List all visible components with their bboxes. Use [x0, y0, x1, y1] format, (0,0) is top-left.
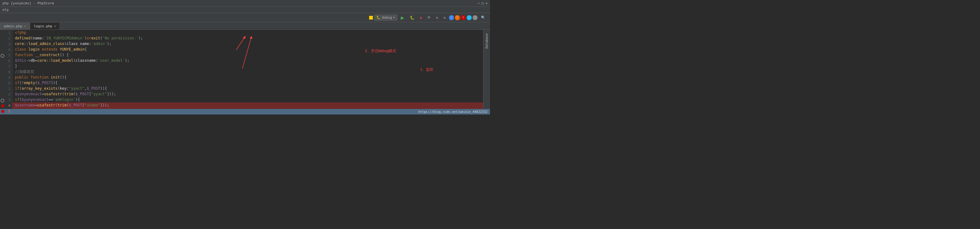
code-line-15: $password=usafestr(trim($_POST["pwd"]));: [13, 108, 483, 109]
code-line-14: $username=usafestr(trim($_POST["uname"])…: [13, 103, 483, 108]
toolbar-btn-3[interactable]: ≡: [442, 15, 448, 21]
debug-dropdown[interactable]: 🐛 debug ▾: [374, 14, 398, 21]
search-button[interactable]: 🔍: [479, 14, 487, 21]
tab-login-php-close[interactable]: ×: [54, 25, 56, 28]
code-line-5: function __construct() {: [13, 52, 483, 58]
toolbar-btn-2[interactable]: ≡: [434, 15, 440, 21]
tab-admin-php[interactable]: admin.php ×: [0, 23, 30, 30]
line-13: 3: [0, 98, 12, 103]
line-6: 6: [0, 58, 12, 64]
chrome-icon[interactable]: C: [449, 15, 454, 20]
line-15: 5: [0, 109, 12, 114]
code-line-1: <?php: [13, 30, 483, 35]
window-close[interactable]: ✕: [485, 1, 487, 5]
line-3: 3: [0, 41, 12, 47]
line-10: 0: [0, 81, 12, 86]
code-line-13: if($yunyecmsact=='admlogin'){: [13, 97, 483, 103]
debug-run-button[interactable]: 🐛: [408, 14, 417, 21]
menu-bar: elp: [0, 7, 490, 13]
tab-login-php-label: login.php: [34, 24, 52, 28]
line-16: 6: [0, 114, 12, 115]
tab-admin-php-label: admin.php: [4, 24, 22, 28]
title-bar: php [yunyecms] - PhpStorm ─ □ ✕: [0, 0, 490, 7]
code-line-11: if(array_key_exists( key: "yyact",$_POST…: [13, 86, 483, 91]
line-12: 2: [0, 92, 12, 98]
stop-button[interactable]: ■: [418, 15, 425, 21]
code-editor[interactable]: <?php defined( name: 'IN_YUNYECMSAdmin')…: [13, 30, 483, 109]
code-line-9: public function init(){: [13, 74, 483, 80]
toolbar-right: 🐛 debug ▾ ▶ 🐛 ■ ⟳ ≡ ≡ C F O e ? 🔍: [369, 14, 487, 21]
line-4: 4: [0, 47, 12, 53]
code-line-8: //加载首页: [13, 69, 483, 74]
line-5: 5: [0, 53, 12, 58]
right-sidebar: Database: [483, 30, 490, 109]
database-label: Database: [485, 33, 488, 48]
code-line-4: class login extends YUNYE_admin {: [13, 47, 483, 52]
fold-indicator-2: [1, 99, 4, 103]
yellow-indicator: [369, 16, 373, 19]
window-maximize[interactable]: □: [482, 1, 484, 5]
opera-icon[interactable]: O: [461, 15, 466, 20]
breakpoint-dot-1: [1, 104, 4, 107]
line-11: 1: [0, 86, 12, 92]
status-url: https://blog.csdn.net/weixin_44022332: [418, 110, 487, 114]
line-14: 4: [0, 103, 12, 109]
tab-admin-php-close[interactable]: ×: [24, 25, 26, 28]
toolbar: 🐛 debug ▾ ▶ 🐛 ■ ⟳ ≡ ≡ C F O e ? 🔍: [0, 13, 490, 22]
fold-indicator: [1, 54, 4, 58]
line-gutter: 1 2 3 4 5 6 7 8 9 0 1 2 3 4 5 6 7 8: [0, 30, 13, 109]
breakpoint-dot-2: [1, 110, 4, 113]
code-line-12: $yunyecmsact=usafestr(trim($_POST["yyact…: [13, 91, 483, 97]
title-text: php [yunyecms] - PhpStorm: [3, 1, 54, 5]
line-2: 2: [0, 36, 12, 41]
code-line-2: defined( name: 'IN_YUNYECMSAdmin') or ex…: [13, 35, 483, 41]
tabs-bar: admin.php × login.php ×: [0, 22, 490, 30]
line-8: 8: [0, 69, 12, 75]
code-line-7: }: [13, 63, 483, 69]
code-line-3: core::load_admin_class( class name: 'adm…: [13, 41, 483, 47]
tab-login-php[interactable]: login.php ×: [30, 23, 60, 30]
debug-label: debug: [382, 16, 392, 19]
browser-icon-5[interactable]: ?: [473, 15, 477, 20]
line-7: 7: [0, 64, 12, 69]
debug-icon-small: 🐛: [376, 16, 381, 19]
run-button[interactable]: ▶: [399, 14, 406, 21]
line-9: 9: [0, 75, 12, 81]
status-bar: https://blog.csdn.net/weixin_44022332: [0, 109, 490, 115]
menu-item-help[interactable]: elp: [3, 8, 9, 12]
window-minimize[interactable]: ─: [477, 1, 480, 5]
line-1: 1: [0, 30, 12, 36]
code-line-6: $this->db = core::load_model( classname:…: [13, 58, 483, 63]
chevron-down-icon: ▾: [393, 16, 395, 19]
browser-icons: C F O e ?: [449, 15, 477, 20]
toolbar-btn-1[interactable]: ⟳: [425, 14, 433, 21]
code-line-10: if(!empty($_POST)){: [13, 80, 483, 86]
firefox-icon[interactable]: F: [455, 15, 460, 20]
ie-icon[interactable]: e: [467, 15, 472, 20]
editor-container: 1 2 3 4 5 6 7 8 9 0 1 2 3 4 5 6 7 8: [0, 30, 490, 109]
